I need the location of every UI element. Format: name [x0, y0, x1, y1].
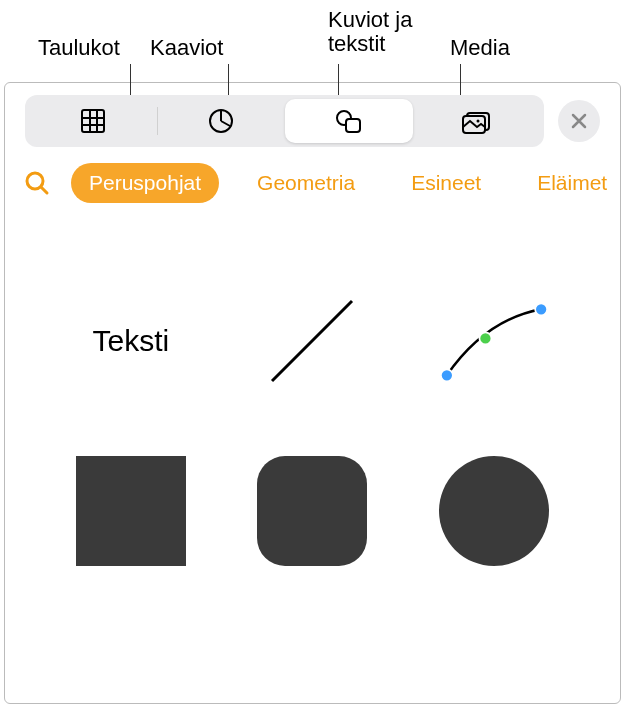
shape-text[interactable]: Teksti: [71, 281, 191, 401]
shapes-button[interactable]: [285, 99, 413, 143]
svg-rect-0: [82, 110, 104, 132]
media-icon: [460, 107, 492, 135]
insert-panel: Peruspohjat Geometria Esineet Eläimet Te…: [4, 82, 621, 704]
shapes-grid: Teksti: [5, 221, 620, 611]
shape-square[interactable]: [71, 451, 191, 571]
callout-shapes-line1: Kuviot ja: [328, 7, 412, 32]
top-row: [5, 83, 620, 155]
shape-rounded-square[interactable]: [252, 451, 372, 571]
tables-button[interactable]: [29, 99, 157, 143]
svg-line-13: [272, 301, 352, 381]
rounded-square-icon: [257, 456, 367, 566]
callout-tables: Taulukot: [38, 36, 120, 60]
charts-icon: [207, 107, 235, 135]
category-tabs: Peruspohjat Geometria Esineet Eläimet: [5, 155, 620, 221]
shapes-icon: [334, 107, 364, 135]
square-icon: [76, 456, 186, 566]
callouts-region: Taulukot Kaaviot Kuviot ja tekstit Media: [0, 0, 625, 82]
close-button[interactable]: [558, 100, 600, 142]
shape-text-label: Teksti: [92, 324, 169, 358]
tab-basics[interactable]: Peruspohjat: [71, 163, 219, 203]
media-button[interactable]: [413, 99, 541, 143]
svg-rect-7: [346, 119, 360, 132]
callout-shapes-line2: tekstit: [328, 31, 385, 56]
shape-circle[interactable]: [434, 451, 554, 571]
line-icon: [257, 286, 367, 396]
callout-media: Media: [450, 36, 510, 60]
svg-point-16: [535, 303, 547, 315]
shape-line[interactable]: [252, 281, 372, 401]
search-icon: [23, 169, 51, 197]
tab-objects[interactable]: Esineet: [393, 163, 499, 203]
callout-shapes-text: Kuviot ja tekstit: [328, 8, 448, 56]
callout-charts: Kaaviot: [150, 36, 223, 60]
close-icon: [571, 113, 587, 129]
svg-point-10: [477, 120, 480, 123]
curve-icon: [434, 286, 554, 396]
svg-point-14: [441, 369, 453, 381]
tab-animals[interactable]: Eläimet: [519, 163, 621, 203]
tab-geometry[interactable]: Geometria: [239, 163, 373, 203]
svg-line-12: [41, 187, 47, 193]
tables-icon: [79, 107, 107, 135]
insert-segmented-control: [25, 95, 544, 147]
svg-point-15: [480, 332, 492, 344]
circle-icon: [439, 456, 549, 566]
shape-curve[interactable]: [434, 281, 554, 401]
charts-button[interactable]: [158, 99, 286, 143]
search-button[interactable]: [23, 169, 51, 197]
